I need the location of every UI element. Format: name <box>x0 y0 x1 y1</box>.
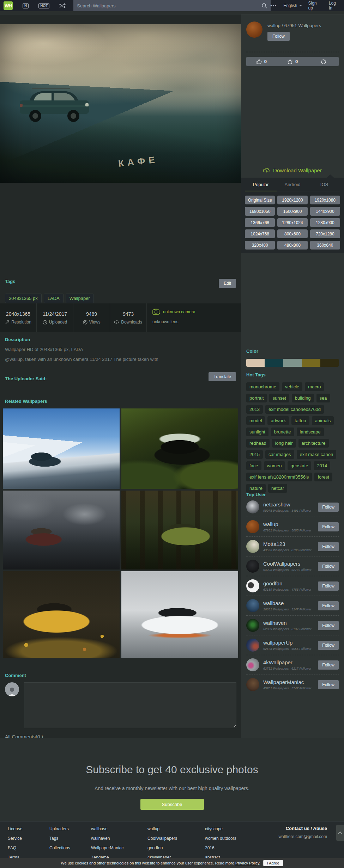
more-menu-icon[interactable]: ••• <box>271 3 277 8</box>
hot-tag-chip[interactable]: artwork <box>267 416 289 425</box>
hot-tag-chip[interactable]: redhead <box>246 439 270 448</box>
hot-tag-chip[interactable]: monochrome <box>246 382 279 391</box>
contact-email[interactable]: wallhere.com@gmail.com <box>278 834 327 839</box>
resolution-button[interactable]: 1024x768 <box>245 229 275 238</box>
tab-popular[interactable]: Popular <box>245 178 277 191</box>
footer-link[interactable]: Tags <box>49 836 91 841</box>
related-wallpaper-thumb[interactable] <box>121 491 238 570</box>
hot-tag-chip[interactable]: landscape <box>297 427 324 436</box>
cookie-agree-button[interactable]: I Agree <box>263 860 283 866</box>
site-logo[interactable]: WH <box>4 1 13 10</box>
hot-tag-chip[interactable]: exif make canon <box>297 450 337 459</box>
resolution-button[interactable]: 800x600 <box>277 229 307 238</box>
comment-input[interactable] <box>24 682 236 728</box>
hot-tag-chip[interactable]: exif model canoneos760d <box>265 405 324 414</box>
user-name[interactable]: wallpaperUp <box>263 640 314 646</box>
resolution-button[interactable]: 1680x1050 <box>245 207 275 216</box>
footer-link[interactable]: Service <box>8 836 49 841</box>
user-avatar[interactable] <box>246 599 259 612</box>
favorite-button[interactable]: 0 <box>277 57 308 66</box>
tag-chip[interactable]: Wallpaper <box>66 294 94 303</box>
footer-link[interactable]: wallhaven <box>91 836 147 841</box>
hot-tag-chip[interactable]: macro <box>305 382 324 391</box>
user-name[interactable]: goodfon <box>263 580 314 586</box>
hot-tag-chip[interactable]: tattoo <box>291 416 309 425</box>
footer-link[interactable]: WallpaperManiac <box>91 845 147 850</box>
language-selector[interactable]: English <box>283 3 302 8</box>
follow-user-button[interactable]: Follow <box>318 542 339 551</box>
follow-user-button[interactable]: Follow <box>318 660 339 670</box>
footer-link[interactable]: cityscape <box>205 826 268 831</box>
shuffle-icon[interactable] <box>59 3 66 8</box>
user-avatar[interactable] <box>246 658 259 671</box>
color-swatch[interactable] <box>302 359 320 367</box>
signup-link[interactable]: Sign up <box>308 1 322 11</box>
user-avatar[interactable] <box>246 500 259 513</box>
contact-title[interactable]: Contact us / Abuse <box>278 826 327 831</box>
resolution-button[interactable]: 320x480 <box>245 241 275 250</box>
resolution-button[interactable]: 1280x1024 <box>277 218 307 227</box>
resolution-button[interactable]: 1920x1200 <box>277 196 307 204</box>
color-swatch[interactable] <box>265 359 283 367</box>
user-avatar[interactable] <box>246 619 259 632</box>
footer-link[interactable]: 2016 <box>205 845 268 850</box>
user-name[interactable]: wallhaven <box>263 620 314 626</box>
hot-wallpapers-icon[interactable]: HOT <box>38 3 49 8</box>
color-swatch[interactable] <box>246 359 265 367</box>
follow-uploader-button[interactable]: Follow <box>267 32 290 41</box>
color-swatch[interactable] <box>320 359 339 367</box>
scroll-to-top-button[interactable] <box>336 825 344 841</box>
follow-user-button[interactable]: Follow <box>318 641 339 650</box>
follow-user-button[interactable]: Follow <box>318 680 339 689</box>
related-wallpaper-thumb[interactable] <box>3 408 120 489</box>
resolution-button[interactable]: 1280x900 <box>310 218 340 227</box>
user-name[interactable]: wallbase <box>263 600 314 606</box>
search-input[interactable] <box>77 3 261 8</box>
follow-user-button[interactable]: Follow <box>318 581 339 591</box>
footer-link[interactable]: Uploaders <box>49 826 91 831</box>
user-name[interactable]: 4kWallpaper <box>263 659 314 665</box>
user-avatar[interactable] <box>246 678 259 691</box>
follow-user-button[interactable]: Follow <box>318 503 339 512</box>
uploader-avatar[interactable] <box>246 21 262 38</box>
like-button[interactable]: 0 <box>246 57 277 66</box>
resolution-button[interactable]: 480x800 <box>277 241 307 250</box>
tab-ios[interactable]: IOS <box>308 178 340 191</box>
footer-link[interactable]: goodfon <box>147 845 205 850</box>
share-button[interactable] <box>308 57 339 66</box>
follow-user-button[interactable]: Follow <box>318 522 339 531</box>
footer-link[interactable]: License <box>8 826 49 831</box>
related-wallpaper-thumb[interactable] <box>121 408 238 489</box>
hot-tag-chip[interactable]: 2013 <box>246 405 263 414</box>
new-wallpapers-icon[interactable]: N <box>23 3 29 8</box>
user-name[interactable]: Motta123 <box>263 541 314 547</box>
hot-tag-chip[interactable]: car images <box>265 450 294 459</box>
user-avatar[interactable] <box>246 560 259 573</box>
hot-tag-chip[interactable]: vehicle <box>282 382 302 391</box>
wallpaper-image[interactable]: КАФЕ <box>0 24 241 183</box>
user-avatar[interactable] <box>246 540 259 553</box>
hot-tag-chip[interactable]: sunlight <box>246 427 268 436</box>
follow-user-button[interactable]: Follow <box>318 601 339 610</box>
color-swatch[interactable] <box>283 359 302 367</box>
hot-tag-chip[interactable]: model <box>246 416 265 425</box>
subscribe-button[interactable]: Subscribe <box>140 799 204 810</box>
footer-link[interactable]: wallup <box>147 826 205 831</box>
login-link[interactable]: Log In <box>329 1 340 11</box>
user-name[interactable]: WallpaperManiac <box>263 679 314 685</box>
footer-link[interactable]: CoolWallpapers <box>147 836 205 841</box>
search-icon[interactable] <box>261 3 267 8</box>
related-wallpaper-thumb[interactable] <box>121 571 238 658</box>
user-avatar[interactable] <box>246 639 259 652</box>
hot-tag-chip[interactable]: portrait <box>246 394 267 402</box>
user-name[interactable]: CoolWallpapers <box>263 561 314 567</box>
hot-tag-chip[interactable]: long hair <box>272 439 296 448</box>
resolution-button[interactable]: 1366x768 <box>245 218 275 227</box>
follow-user-button[interactable]: Follow <box>318 562 339 571</box>
hot-tag-chip[interactable]: women <box>264 461 285 470</box>
hot-tag-chip[interactable]: nature <box>246 484 266 493</box>
user-name[interactable]: netcarshow <box>263 501 314 507</box>
hot-tag-chip[interactable]: animals <box>312 416 334 425</box>
resolution-button[interactable]: Original Size <box>245 196 275 204</box>
hot-tag-chip[interactable]: sunset <box>269 394 289 402</box>
